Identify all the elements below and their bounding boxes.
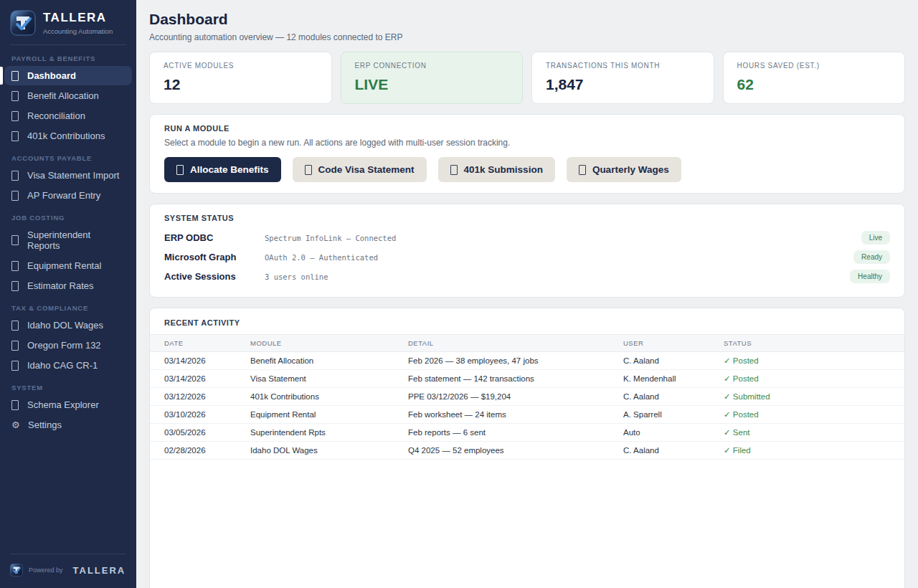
sidebar-item-label: Oregon Form 132 bbox=[27, 340, 101, 351]
date-cell: 03/12/2026 bbox=[150, 388, 250, 406]
sidebar-item-oregon-form-132[interactable]: Oregon Form 132 bbox=[4, 336, 132, 355]
sidebar-item-ap-forward-entry[interactable]: AP Forward Entry bbox=[4, 186, 132, 205]
401k-contributions-icon bbox=[11, 131, 19, 141]
sidebar-footer: Powered by TALLERA bbox=[0, 554, 136, 588]
status-detail: 3 users online bbox=[265, 272, 850, 281]
sidebar-item-schema-explorer[interactable]: Schema Explorer bbox=[4, 395, 132, 414]
status-cell: ✓ Sent bbox=[724, 424, 904, 442]
page-subtitle: Accounting automation overview — 12 modu… bbox=[149, 32, 905, 42]
module-button-label: Quarterly Wages bbox=[592, 164, 669, 175]
date-cell: 02/28/2026 bbox=[150, 442, 250, 460]
equipment-rental-icon bbox=[11, 261, 19, 271]
table-row: 03/12/2026401k ContributionsPPE 03/12/20… bbox=[150, 388, 904, 406]
stat-card-transactions-this-month: TRANSACTIONS THIS MONTH1,847 bbox=[531, 52, 714, 104]
code-visa-statement-button[interactable]: Code Visa Statement bbox=[293, 157, 427, 182]
401k-submission-button[interactable]: 401k Submission bbox=[438, 157, 555, 182]
sidebar-item-estimator-rates[interactable]: Estimator Rates bbox=[4, 276, 132, 295]
footer-divider bbox=[10, 554, 126, 554]
recent-activity-title: RECENT ACTIVITY bbox=[150, 308, 904, 334]
sidebar-item-reconciliation[interactable]: Reconciliation bbox=[4, 106, 132, 125]
allocate-benefits-button[interactable]: Allocate Benefits bbox=[164, 157, 281, 182]
module-cell: Superintendent Rpts bbox=[250, 424, 408, 442]
status-detail: Spectrum InfoLink — Connected bbox=[265, 234, 861, 242]
run-module-title: RUN A MODULE bbox=[164, 124, 890, 133]
sidebar-item-label: Estimator Rates bbox=[27, 280, 93, 291]
tallera-logo-icon bbox=[10, 10, 36, 36]
user-cell: K. Mendenhall bbox=[623, 370, 724, 388]
main-content: Dashboard Accounting automation overview… bbox=[136, 0, 918, 588]
detail-cell: Q4 2025 — 52 employees bbox=[408, 442, 623, 460]
stat-cards-row: ACTIVE MODULES12ERP CONNECTIONLIVETRANSA… bbox=[149, 52, 905, 104]
sidebar-item-idaho-dol-wages[interactable]: Idaho DOL Wages bbox=[4, 316, 132, 335]
dashboard-icon bbox=[11, 71, 19, 81]
module-cell: Visa Statement bbox=[250, 370, 408, 388]
sidebar-item-settings[interactable]: ⚙Settings bbox=[4, 415, 132, 435]
stat-card-erp-connection: ERP CONNECTIONLIVE bbox=[341, 52, 524, 104]
powered-by-label: Powered by bbox=[29, 566, 63, 574]
stat-card-active-modules: ACTIVE MODULES12 bbox=[149, 52, 332, 104]
user-cell: Auto bbox=[623, 424, 724, 442]
oregon-form-132-icon bbox=[11, 341, 19, 351]
detail-cell: Feb reports — 6 sent bbox=[408, 424, 623, 442]
status-cell: ✓ Posted bbox=[724, 352, 904, 370]
module-button-label: Code Visa Statement bbox=[318, 164, 415, 175]
date-cell: 03/05/2026 bbox=[150, 424, 250, 442]
system-status-title: SYSTEM STATUS bbox=[164, 214, 890, 222]
stat-value: 1,847 bbox=[546, 76, 700, 93]
user-cell: C. Aaland bbox=[623, 388, 724, 406]
stat-label: TRANSACTIONS THIS MONTH bbox=[546, 62, 700, 70]
sidebar-item-label: Benefit Allocation bbox=[27, 90, 99, 101]
nav-section-label-job-costing: JOB COSTING bbox=[0, 206, 136, 224]
module-cell: Idaho DOL Wages bbox=[250, 442, 408, 460]
user-cell: C. Aaland bbox=[623, 442, 724, 460]
detail-cell: Feb 2026 — 38 employees, 47 jobs bbox=[408, 352, 623, 370]
module-buttons-row: Allocate BenefitsCode Visa Statement401k… bbox=[164, 157, 890, 182]
sidebar-item-dashboard[interactable]: Dashboard bbox=[4, 66, 132, 85]
system-status-panel: SYSTEM STATUS ERP ODBCSpectrum InfoLink … bbox=[149, 204, 905, 298]
status-row-erp-odbc: ERP ODBCSpectrum InfoLink — ConnectedLiv… bbox=[164, 228, 890, 247]
sidebar-item-label: Idaho CAG CR-1 bbox=[27, 360, 98, 371]
sidebar-item-equipment-rental[interactable]: Equipment Rental bbox=[4, 256, 132, 275]
user-cell: C. Aaland bbox=[623, 352, 724, 370]
detail-cell: Feb statement — 142 transactions bbox=[408, 370, 623, 388]
idaho-cag-cr-1-icon bbox=[11, 361, 19, 371]
sidebar-item-label: Equipment Rental bbox=[27, 260, 101, 271]
date-cell: 03/14/2026 bbox=[150, 370, 250, 388]
user-cell: A. Sparrell bbox=[623, 406, 724, 424]
sidebar-item-label: Idaho DOL Wages bbox=[27, 320, 103, 331]
sidebar-item-label: Reconciliation bbox=[27, 110, 85, 121]
brand-tagline: Accounting Automation bbox=[43, 27, 113, 35]
module-cell: 401k Contributions bbox=[250, 388, 408, 406]
status-badge: Healthy bbox=[850, 270, 890, 283]
quarterly-wages-button[interactable]: Quarterly Wages bbox=[567, 157, 681, 182]
quarterly-wages-icon bbox=[579, 165, 586, 175]
stat-label: HOURS SAVED (EST.) bbox=[737, 62, 891, 70]
tallera-mini-logo-icon bbox=[10, 564, 23, 577]
sidebar-item-label: Visa Statement Import bbox=[27, 170, 119, 181]
sidebar-item-401k-contributions[interactable]: 401k Contributions bbox=[4, 126, 132, 146]
status-name: ERP ODBC bbox=[164, 232, 265, 243]
ap-forward-entry-icon bbox=[11, 191, 19, 201]
superintendent-reports-icon bbox=[11, 235, 19, 245]
sidebar-item-idaho-cag-cr-1[interactable]: Idaho CAG CR-1 bbox=[4, 356, 132, 375]
nav-section-label-system: SYSTEM bbox=[0, 376, 136, 394]
table-header-row: DATEMODULEDETAILUSERSTATUS bbox=[150, 335, 904, 352]
sidebar-item-label: Settings bbox=[28, 419, 62, 430]
sidebar-item-benefit-allocation[interactable]: Benefit Allocation bbox=[4, 86, 132, 105]
sidebar-item-visa-statement-import[interactable]: Visa Statement Import bbox=[4, 166, 132, 185]
module-cell: Equipment Rental bbox=[250, 406, 408, 424]
module-cell: Benefit Allocation bbox=[250, 352, 408, 370]
stat-value: LIVE bbox=[355, 76, 509, 93]
footer-brand-name: TALLERA bbox=[73, 565, 126, 576]
table-row: 03/05/2026Superintendent RptsFeb reports… bbox=[150, 424, 904, 442]
table-header: DATEMODULEDETAILUSERSTATUS bbox=[150, 335, 904, 352]
app-window: TALLERA Accounting Automation PAYROLL & … bbox=[0, 0, 918, 588]
table-row: 03/14/2026Visa StatementFeb statement — … bbox=[150, 370, 904, 388]
date-cell: 03/10/2026 bbox=[150, 406, 250, 424]
status-cell: ✓ Filed bbox=[724, 442, 904, 460]
nav-section-label-tax-compliance: TAX & COMPLIANCE bbox=[0, 296, 136, 315]
sidebar-item-label: Schema Explorer bbox=[27, 399, 99, 410]
sidebar-item-superintendent-reports[interactable]: Superintendent Reports bbox=[4, 225, 132, 255]
benefit-allocation-icon bbox=[11, 91, 19, 101]
401k-submission-icon bbox=[450, 165, 458, 175]
